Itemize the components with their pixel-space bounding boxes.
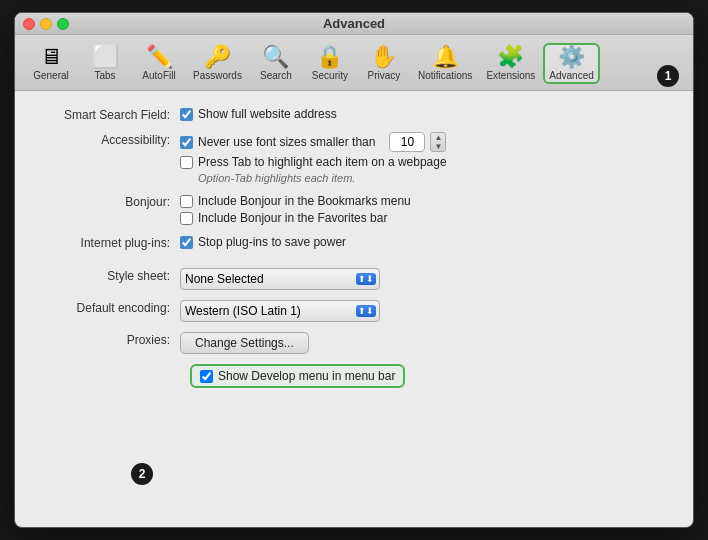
- bonjour-checkbox1[interactable]: [180, 195, 193, 208]
- encoding-select[interactable]: Western (ISO Latin 1): [180, 300, 380, 322]
- develop-menu-checkbox[interactable]: [200, 370, 213, 383]
- traffic-lights: [23, 18, 69, 30]
- smart-search-checkbox[interactable]: [180, 108, 193, 121]
- general-label: General: [33, 70, 69, 81]
- titlebar: Advanced: [15, 13, 693, 35]
- minimize-button[interactable]: [40, 18, 52, 30]
- bonjour-checkbox1-label: Include Bonjour in the Bookmarks menu: [198, 194, 411, 208]
- advanced-label: Advanced: [549, 70, 593, 81]
- passwords-icon: 🔑: [204, 46, 231, 68]
- develop-menu-highlight: Show Develop menu in menu bar: [190, 364, 405, 388]
- internet-plugins-label: Internet plug-ins:: [35, 235, 180, 250]
- toolbar: 🖥 General ⬜ Tabs ✏️ AutoFill 🔑 Passwords…: [15, 35, 693, 91]
- extensions-label: Extensions: [486, 70, 535, 81]
- font-size-field[interactable]: [389, 132, 425, 152]
- style-sheet-select[interactable]: None Selected: [180, 268, 380, 290]
- maximize-button[interactable]: [57, 18, 69, 30]
- accessibility-checkbox1-label: Never use font sizes smaller than: [198, 135, 375, 149]
- encoding-label: Default encoding:: [35, 300, 180, 315]
- security-label: Security: [312, 70, 348, 81]
- plugins-checkbox1-row: Stop plug-ins to save power: [180, 235, 346, 249]
- toolbar-item-passwords[interactable]: 🔑 Passwords: [187, 43, 248, 84]
- bonjour-label: Bonjour:: [35, 194, 180, 209]
- separator1: [35, 260, 673, 268]
- spinner-down[interactable]: ▼: [431, 142, 445, 151]
- accessibility-checkbox1-row: Never use font sizes smaller than ▲ ▼: [180, 132, 447, 152]
- security-icon: 🔒: [316, 46, 343, 68]
- notifications-label: Notifications: [418, 70, 472, 81]
- search-label: Search: [260, 70, 292, 81]
- develop-menu-row: Show Develop menu in menu bar: [35, 364, 673, 388]
- bonjour-checkbox2-label: Include Bonjour in the Favorites bar: [198, 211, 387, 225]
- bonjour-controls: Include Bonjour in the Bookmarks menu In…: [180, 194, 411, 225]
- badge-1: 1: [657, 65, 679, 87]
- notifications-icon: 🔔: [432, 46, 459, 68]
- toolbar-item-tabs[interactable]: ⬜ Tabs: [79, 43, 131, 84]
- encoding-row: Default encoding: Western (ISO Latin 1): [35, 300, 673, 322]
- accessibility-checkbox2-row: Press Tab to highlight each item on a we…: [180, 155, 447, 169]
- spinner-up[interactable]: ▲: [431, 133, 445, 142]
- bonjour-checkbox1-row: Include Bonjour in the Bookmarks menu: [180, 194, 411, 208]
- accessibility-checkbox2-label: Press Tab to highlight each item on a we…: [198, 155, 447, 169]
- extensions-icon: 🧩: [497, 46, 524, 68]
- proxies-controls: Change Settings...: [180, 332, 309, 354]
- accessibility-controls: Never use font sizes smaller than ▲ ▼ Pr…: [180, 132, 447, 184]
- internet-plugins-controls: Stop plug-ins to save power: [180, 235, 346, 249]
- tabs-label: Tabs: [94, 70, 115, 81]
- bonjour-row: Bonjour: Include Bonjour in the Bookmark…: [35, 194, 673, 225]
- bonjour-checkbox2[interactable]: [180, 212, 193, 225]
- proxies-label: Proxies:: [35, 332, 180, 347]
- proxies-row: Proxies: Change Settings...: [35, 332, 673, 354]
- style-sheet-wrapper: None Selected: [180, 268, 380, 290]
- develop-menu-label: Show Develop menu in menu bar: [218, 369, 395, 383]
- preferences-window: Advanced 🖥 General ⬜ Tabs ✏️ AutoFill 🔑 …: [14, 12, 694, 528]
- toolbar-item-security[interactable]: 🔒 Security: [304, 43, 356, 84]
- autofill-icon: ✏️: [146, 46, 173, 68]
- smart-search-label: Smart Search Field:: [35, 107, 180, 122]
- passwords-label: Passwords: [193, 70, 242, 81]
- font-size-spinner[interactable]: ▲ ▼: [430, 132, 446, 152]
- toolbar-item-autofill[interactable]: ✏️ AutoFill: [133, 43, 185, 84]
- encoding-wrapper: Western (ISO Latin 1): [180, 300, 380, 322]
- accessibility-label: Accessibility:: [35, 132, 180, 147]
- advanced-icon: ⚙️: [558, 46, 585, 68]
- window-title: Advanced: [323, 16, 385, 31]
- change-settings-button[interactable]: Change Settings...: [180, 332, 309, 354]
- badge-2: 2: [131, 463, 153, 485]
- toolbar-item-privacy[interactable]: ✋ Privacy: [358, 43, 410, 84]
- accessibility-checkbox1[interactable]: [180, 136, 193, 149]
- tabs-icon: ⬜: [92, 46, 119, 68]
- privacy-label: Privacy: [368, 70, 401, 81]
- settings-content: Smart Search Field: Show full website ad…: [15, 91, 693, 414]
- smart-search-row: Smart Search Field: Show full website ad…: [35, 107, 673, 122]
- style-sheet-controls: None Selected: [180, 268, 380, 290]
- style-sheet-label: Style sheet:: [35, 268, 180, 283]
- style-sheet-row: Style sheet: None Selected: [35, 268, 673, 290]
- encoding-controls: Western (ISO Latin 1): [180, 300, 380, 322]
- toolbar-item-extensions[interactable]: 🧩 Extensions: [480, 43, 541, 84]
- autofill-label: AutoFill: [142, 70, 175, 81]
- toolbar-item-general[interactable]: 🖥 General: [25, 43, 77, 84]
- plugins-checkbox1-label: Stop plug-ins to save power: [198, 235, 346, 249]
- bonjour-checkbox2-row: Include Bonjour in the Favorites bar: [180, 211, 411, 225]
- accessibility-checkbox2[interactable]: [180, 156, 193, 169]
- accessibility-hint: Option-Tab highlights each item.: [198, 172, 447, 184]
- smart-search-checkbox-label: Show full website address: [198, 107, 337, 121]
- privacy-icon: ✋: [370, 46, 397, 68]
- close-button[interactable]: [23, 18, 35, 30]
- smart-search-controls: Show full website address: [180, 107, 337, 121]
- accessibility-row: Accessibility: Never use font sizes smal…: [35, 132, 673, 184]
- toolbar-item-advanced[interactable]: ⚙️ Advanced: [543, 43, 599, 84]
- toolbar-item-search[interactable]: 🔍 Search: [250, 43, 302, 84]
- general-icon: 🖥: [40, 46, 62, 68]
- plugins-checkbox1[interactable]: [180, 236, 193, 249]
- smart-search-checkbox-row: Show full website address: [180, 107, 337, 121]
- toolbar-item-notifications[interactable]: 🔔 Notifications: [412, 43, 478, 84]
- search-icon: 🔍: [262, 46, 289, 68]
- internet-plugins-row: Internet plug-ins: Stop plug-ins to save…: [35, 235, 673, 250]
